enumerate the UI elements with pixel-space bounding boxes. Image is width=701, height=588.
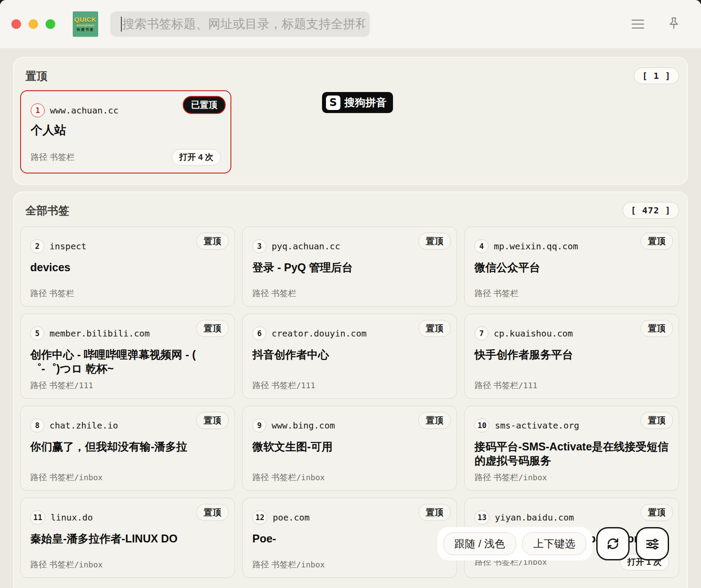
bookmark-card[interactable]: 置顶 8 chat.zhile.io 你们赢了，但我却没有输-潘多拉 路径 书签… <box>20 406 235 491</box>
card-foot: 路径 书签栏/inbox <box>474 468 669 483</box>
bookmark-index-badge: 8 <box>30 418 44 432</box>
text-caret <box>121 17 122 32</box>
bookmark-path: 路径 书签栏/111 <box>252 380 315 391</box>
card-foot: 路径 书签栏 打开 4 次 <box>31 145 221 166</box>
bookmark-title: 微软文生图-可用 <box>252 439 447 453</box>
pin-panel-button[interactable] <box>666 16 682 32</box>
bookmark-path: 路径 书签栏/inbox <box>30 559 103 570</box>
pin-button[interactable]: 置顶 <box>418 233 451 250</box>
card-foot: 路径 书签栏/inbox <box>252 468 447 483</box>
bookmark-url: chat.zhile.io <box>50 420 118 431</box>
card-head: 3 pyq.achuan.cc <box>252 239 447 253</box>
bookmark-card[interactable]: 置顶 5 member.bilibili.com 创作中心 - 哔哩哔哩弹幕视频… <box>20 314 235 399</box>
bookmark-index-badge: 1 <box>31 103 45 117</box>
card-head: 2 inspect <box>30 239 225 253</box>
bookmark-index-badge: 10 <box>474 418 489 432</box>
zoom-window-button[interactable] <box>46 19 55 29</box>
bookmark-index-badge: 3 <box>252 239 266 253</box>
card-head: 10 sms-activate.org <box>474 418 669 432</box>
bookmark-grid: 置顶 2 inspect devices 路径 书签栏 置顶 3 pyq.ach… <box>20 227 679 578</box>
bookmark-path: 路径 书签栏 <box>30 288 74 299</box>
pin-button[interactable]: 置顶 <box>196 233 229 250</box>
bookmark-path: 路径 书签栏 <box>474 288 518 299</box>
bookmark-path: 路径 书签栏 <box>252 288 296 299</box>
open-count-badge: 打开 4 次 <box>172 149 221 166</box>
bookmark-index-badge: 6 <box>252 326 266 340</box>
bookmark-url: www.bing.com <box>272 420 335 431</box>
pinned-section: 置顶 [ 1 ] 已置顶 1 www.achuan.cc 个人站 路径 书签栏 … <box>13 57 688 185</box>
bookmark-card[interactable]: 置顶 10 sms-activate.org 接码平台-SMS-Activate… <box>464 406 679 491</box>
theme-toggle-button[interactable]: 跟随 / 浅色 <box>443 532 516 555</box>
bookmark-url: inspect <box>50 241 86 251</box>
bookmark-url: poe.com <box>273 512 309 523</box>
card-head: 7 cp.kuaishou.com <box>474 326 669 340</box>
bookmark-card[interactable]: 置顶 3 pyq.achuan.cc 登录 - PyQ 管理后台 路径 书签栏 <box>242 227 457 307</box>
logo-text-bookmarks: ·BOOKMARKS· <box>76 24 95 27</box>
bookmark-index-badge: 12 <box>252 510 267 524</box>
bookmark-card[interactable]: 置顶 12 poe.com Poe- 路径 书签栏/inbox <box>242 498 457 578</box>
card-head: 13 yiyan.baidu.com <box>474 510 669 524</box>
settings-button[interactable] <box>636 527 669 560</box>
app-window: QUICK ·BOOKMARKS· 快捷书签 <box>0 0 701 588</box>
minimize-window-button[interactable] <box>28 19 38 29</box>
bookmark-card[interactable]: 置顶 4 mp.weixin.qq.com 微信公众平台 路径 书签栏 <box>464 227 679 307</box>
card-foot: 路径 书签栏/111 <box>474 375 669 391</box>
pinned-state-badge[interactable]: 已置顶 <box>183 96 226 114</box>
pin-button[interactable]: 置顶 <box>641 233 673 250</box>
all-section-title: 全部书签 <box>25 203 69 218</box>
bookmark-card[interactable]: 置顶 7 cp.kuaishou.com 快手创作者服务平台 路径 书签栏/11… <box>464 314 679 399</box>
pinned-section-head: 置顶 [ 1 ] <box>20 67 679 84</box>
pin-button[interactable]: 置顶 <box>418 504 451 521</box>
topbar: QUICK ·BOOKMARKS· 快捷书签 <box>0 0 701 48</box>
floating-toolbar: 跟随 / 浅色 上下键选 <box>437 527 592 560</box>
pin-button[interactable]: 置顶 <box>418 320 451 337</box>
bookmark-title: devices <box>30 260 225 274</box>
pinned-section-title: 置顶 <box>25 69 47 83</box>
pin-button[interactable]: 置顶 <box>196 504 229 521</box>
all-section-head: 全部书签 [ 472 ] <box>20 202 679 219</box>
bookmark-card[interactable]: 置顶 11 linux.do 秦始皇-潘多拉作者-LINUX DO 路径 书签栏… <box>20 498 235 578</box>
card-head: 11 linux.do <box>30 510 225 524</box>
pin-button[interactable]: 置顶 <box>196 320 229 337</box>
logo-text-cn: 快捷书签 <box>77 28 94 32</box>
card-head: 6 creator.douyin.com <box>252 326 447 340</box>
menu-button[interactable] <box>630 16 646 32</box>
pinned-count-badge: [ 1 ] <box>634 67 679 84</box>
bookmark-title: 登录 - PyQ 管理后台 <box>252 260 447 274</box>
sliders-icon <box>645 536 660 551</box>
bookmark-title: 你们赢了，但我却没有输-潘多拉 <box>30 439 225 453</box>
close-window-button[interactable] <box>11 19 21 29</box>
card-head: 9 www.bing.com <box>252 418 447 432</box>
pin-button[interactable]: 置顶 <box>641 504 673 521</box>
pin-button[interactable]: 置顶 <box>641 320 673 337</box>
bookmark-index-badge: 9 <box>252 418 266 432</box>
bookmark-url: www.achuan.cc <box>50 105 119 116</box>
bookmark-title: 抖音创作者中心 <box>252 347 447 361</box>
bookmark-url: mp.weixin.qq.com <box>494 241 578 251</box>
sogou-logo-icon: S <box>326 96 340 110</box>
card-foot: 路径 书签栏/inbox <box>30 468 225 483</box>
pinned-bookmark-card[interactable]: 已置顶 1 www.achuan.cc 个人站 路径 书签栏 打开 4 次 <box>20 90 231 174</box>
pin-button[interactable]: 置顶 <box>196 412 229 429</box>
bookmark-index-badge: 2 <box>30 239 44 253</box>
search-input[interactable] <box>110 11 370 37</box>
bookmark-title: Poe- <box>252 531 447 545</box>
refresh-button[interactable] <box>596 527 630 560</box>
bookmark-card[interactable]: 置顶 9 www.bing.com 微软文生图-可用 路径 书签栏/inbox <box>242 406 457 491</box>
bookmark-index-badge: 13 <box>474 510 489 524</box>
bookmark-card[interactable]: 置顶 2 inspect devices 路径 书签栏 <box>20 227 235 307</box>
pin-button[interactable]: 置顶 <box>641 412 673 429</box>
bookmark-path: 路径 书签栏/111 <box>474 380 538 391</box>
bookmark-url: sms-activate.org <box>495 420 579 431</box>
bookmark-title: 秦始皇-潘多拉作者-LINUX DO <box>30 531 225 545</box>
bookmark-title: 个人站 <box>31 123 221 138</box>
bookmark-path: 路径 书签栏/111 <box>30 380 93 391</box>
bookmark-title: 创作中心 - 哔哩哔哩弹幕视频网 - ( ゜-゜)つロ 乾杯~ <box>30 347 225 375</box>
card-head: 12 poe.com <box>252 510 447 524</box>
pin-button[interactable]: 置顶 <box>418 412 451 429</box>
search-field[interactable] <box>110 11 370 37</box>
bookmark-card[interactable]: 置顶 6 creator.douyin.com 抖音创作者中心 路径 书签栏/1… <box>242 314 457 399</box>
refresh-icon <box>605 536 620 551</box>
keyboard-nav-button[interactable]: 上下键选 <box>522 532 586 555</box>
bookmark-path: 路径 书签栏/inbox <box>252 559 325 570</box>
